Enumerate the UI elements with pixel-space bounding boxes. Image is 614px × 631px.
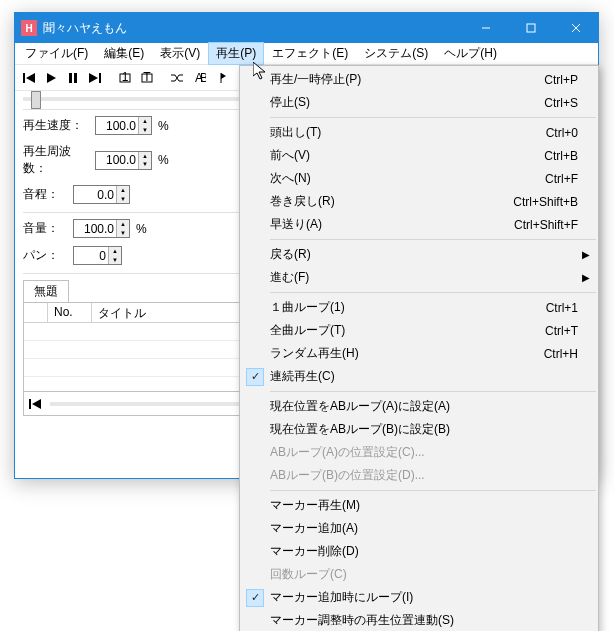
menu-effect[interactable]: エフェクト(E) (264, 42, 356, 65)
mi-marker-add[interactable]: マーカー追加(A) (240, 517, 598, 540)
mi-marker-adjust-link[interactable]: マーカー調整時の再生位置連動(S) (240, 609, 598, 631)
svg-rect-8 (74, 73, 77, 83)
mi-loop-all[interactable]: 全曲ループ(T)Ctrl+T (240, 319, 598, 342)
svg-rect-10 (99, 73, 101, 83)
spin-down-icon: ▼ (139, 126, 151, 135)
volume-label: 音量： (23, 220, 67, 237)
svg-rect-20 (29, 399, 31, 409)
mi-next[interactable]: 次へ(N)Ctrl+F (240, 167, 598, 190)
minimize-button[interactable] (463, 13, 508, 43)
random-icon[interactable] (167, 68, 187, 88)
mi-stop[interactable]: 停止(S)Ctrl+S (240, 91, 598, 114)
pitch-label: 音程： (23, 186, 67, 203)
submenu-arrow-icon: ▶ (582, 249, 590, 260)
mi-random[interactable]: ランダム再生(H)Ctrl+H (240, 342, 598, 365)
loop-one-icon[interactable]: 1 (115, 68, 135, 88)
mi-back[interactable]: 戻る(R)▶ (240, 243, 598, 266)
submenu-arrow-icon: ▶ (582, 272, 590, 283)
mi-marker-loop-on-add[interactable]: ✓マーカー追加時にループ(I) (240, 586, 598, 609)
freq-input[interactable]: ▲▼ (95, 151, 152, 170)
speed-label: 再生速度： (23, 117, 89, 134)
check-icon: ✓ (246, 368, 264, 386)
pan-input[interactable]: ▲▼ (73, 246, 122, 265)
svg-marker-9 (89, 73, 98, 83)
mi-ffwd[interactable]: 早送り(A)Ctrl+Shift+F (240, 213, 598, 236)
menu-system[interactable]: システム(S) (356, 42, 436, 65)
freq-label: 再生周波数： (23, 143, 89, 177)
menu-help[interactable]: ヘルプ(H) (436, 42, 505, 65)
svg-text:1: 1 (122, 71, 129, 84)
mi-continuous[interactable]: ✓連続再生(C) (240, 365, 598, 388)
mi-abpos-a: ABループ(A)の位置設定(C)... (240, 441, 598, 464)
pct-label: % (158, 119, 169, 133)
pause-icon[interactable] (63, 68, 83, 88)
menubar: ファイル(F) 編集(E) 表示(V) 再生(P) エフェクト(E) システム(… (15, 43, 598, 65)
mi-marker-play[interactable]: マーカー再生(M) (240, 494, 598, 517)
app-icon: H (21, 20, 37, 36)
svg-rect-4 (23, 73, 25, 83)
svg-rect-1 (527, 24, 535, 32)
mi-forward[interactable]: 進む(F)▶ (240, 266, 598, 289)
menu-file[interactable]: ファイル(F) (17, 42, 96, 65)
mi-abpos-b: ABループ(B)の位置設定(D)... (240, 464, 598, 487)
mi-loop-one[interactable]: １曲ループ(1)Ctrl+1 (240, 296, 598, 319)
abloop-icon[interactable]: AB (189, 68, 209, 88)
menu-edit[interactable]: 編集(E) (96, 42, 152, 65)
marker-icon[interactable] (211, 68, 231, 88)
titlebar[interactable]: H 聞々ハヤえもん (15, 13, 598, 43)
prev-track-icon[interactable] (19, 68, 39, 88)
svg-text:T: T (143, 71, 151, 84)
mi-play-pause[interactable]: 再生/一時停止(P)Ctrl+P (240, 68, 598, 91)
pitch-input[interactable]: ▲▼ (73, 185, 130, 204)
mi-count-loop: 回数ループ(C) (240, 563, 598, 586)
svg-rect-7 (69, 73, 72, 83)
mi-marker-del[interactable]: マーカー削除(D) (240, 540, 598, 563)
svg-marker-6 (47, 73, 56, 83)
mi-cue[interactable]: 頭出し(T)Ctrl+0 (240, 121, 598, 144)
play-icon[interactable] (41, 68, 61, 88)
col-blank[interactable] (24, 303, 48, 323)
window-title: 聞々ハヤえもん (43, 20, 463, 37)
volume-input[interactable]: ▲▼ (73, 219, 130, 238)
mi-abset-a[interactable]: 現在位置をABループ(A)に設定(A) (240, 395, 598, 418)
svg-marker-21 (32, 399, 41, 409)
svg-marker-17 (221, 73, 226, 79)
menu-view[interactable]: 表示(V) (152, 42, 208, 65)
svg-text:B: B (200, 71, 206, 85)
spin-up-icon: ▲ (139, 117, 151, 126)
svg-marker-5 (26, 73, 35, 83)
close-button[interactable] (553, 13, 598, 43)
next-track-icon[interactable] (85, 68, 105, 88)
col-no[interactable]: No. (48, 303, 92, 323)
play-menu-dropdown: 再生/一時停止(P)Ctrl+P 停止(S)Ctrl+S 頭出し(T)Ctrl+… (239, 65, 599, 631)
speed-input[interactable]: ▲▼ (95, 116, 152, 135)
mi-prev[interactable]: 前へ(V)Ctrl+B (240, 144, 598, 167)
prev-track-icon[interactable] (28, 397, 42, 411)
pan-label: パン： (23, 247, 67, 264)
menu-play[interactable]: 再生(P) (208, 42, 264, 65)
maximize-button[interactable] (508, 13, 553, 43)
tab-untitled[interactable]: 無題 (23, 280, 69, 302)
mi-abset-b[interactable]: 現在位置をABループ(B)に設定(B) (240, 418, 598, 441)
check-icon: ✓ (246, 589, 264, 607)
loop-all-icon[interactable]: T (137, 68, 157, 88)
mi-rewind[interactable]: 巻き戻し(R)Ctrl+Shift+B (240, 190, 598, 213)
